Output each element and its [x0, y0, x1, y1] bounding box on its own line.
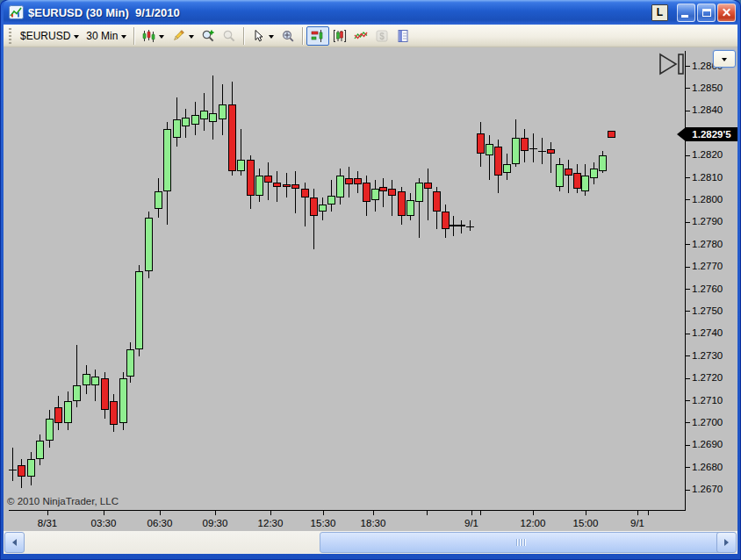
indicators-button[interactable]	[350, 26, 371, 46]
zoom-in-button[interactable]	[198, 26, 219, 46]
price-axis-label: 1.2690	[692, 439, 723, 449]
chart-style-button[interactable]	[138, 26, 168, 46]
candle-wick	[212, 75, 213, 140]
price-axis-dropdown-button[interactable]	[713, 50, 736, 68]
copyright-text: © 2010 NinjaTrader, LLC	[7, 496, 119, 506]
candlestick-style-icon	[141, 29, 155, 43]
candle-body	[547, 149, 555, 154]
instrument-selector[interactable]: $EURUSD	[17, 26, 83, 46]
price-axis-label: 1.2670	[692, 484, 723, 494]
dropdown-arrow-icon	[189, 35, 194, 39]
plot-area[interactable]: 1.28601.28501.28401.28301.28201.28101.28…	[4, 47, 737, 531]
data-box-icon	[396, 29, 410, 43]
last-price-value: 1.2829'5	[686, 127, 737, 141]
price-axis-label: 1.2810	[692, 172, 723, 183]
price-axis-label: 1.2680	[692, 462, 723, 472]
time-axis-tick	[533, 511, 534, 515]
candle-body	[457, 225, 465, 227]
time-axis-tick	[427, 511, 428, 515]
zoom-in-icon	[201, 29, 215, 43]
toolbar: $EURUSD 30 Min	[4, 25, 737, 47]
title-bar[interactable]: $EURUSD (30 Min) 9/1/2010 L	[4, 0, 737, 25]
candle-wick	[568, 160, 569, 193]
price-axis-tick	[686, 400, 690, 401]
candle-body	[27, 459, 35, 477]
candle-body	[73, 385, 81, 401]
bars-period-button[interactable]	[329, 26, 350, 46]
candle-body	[398, 191, 406, 216]
price-axis-tick	[686, 311, 690, 312]
candle-doji-body	[9, 470, 17, 470]
price-axis-label: 1.2720	[692, 372, 723, 383]
candle-body	[36, 441, 44, 458]
candle-doji-body	[529, 148, 537, 149]
time-axis-tick	[373, 511, 374, 515]
price-axis-tick	[686, 177, 690, 178]
price-axis-tick	[686, 289, 690, 290]
chart-panel-toggle[interactable]	[306, 26, 329, 46]
scrollbar-thumb[interactable]	[320, 532, 722, 553]
candle-body	[237, 160, 245, 171]
candle-body	[599, 155, 607, 171]
time-axis-label: 9/1	[452, 518, 491, 528]
candle-body	[110, 401, 118, 426]
scroll-left-button[interactable]	[4, 532, 25, 553]
candle-body	[264, 176, 272, 183]
cursor-tool-button[interactable]	[248, 26, 277, 46]
candle-body	[406, 200, 414, 216]
crosshair-button[interactable]	[277, 26, 299, 46]
toolbar-grip-handle[interactable]	[9, 28, 11, 44]
price-axis-label: 1.2790	[692, 216, 723, 226]
scroll-right-button[interactable]	[716, 532, 737, 553]
svg-text:$: $	[380, 31, 385, 40]
price-axis-tick	[686, 267, 690, 268]
price-axis-label: 1.2700	[692, 417, 723, 427]
price-marker-arrow-icon	[677, 127, 686, 141]
candle-body	[46, 419, 54, 441]
candle-body	[379, 187, 387, 191]
play-to-end-marker-icon[interactable]	[658, 53, 685, 75]
chart-canvas[interactable]: 1.28601.28501.28401.28301.28201.28101.28…	[4, 47, 737, 531]
zoom-out-button[interactable]	[219, 26, 240, 46]
time-axis-label: 12:30	[251, 518, 290, 528]
candle-body	[450, 225, 457, 227]
candle-body	[219, 104, 227, 120]
candle-body	[354, 178, 362, 185]
price-axis-tick	[686, 378, 690, 379]
candle-body	[200, 111, 208, 119]
close-button[interactable]	[717, 4, 736, 22]
candle-body	[209, 113, 217, 122]
price-axis-tick	[686, 222, 690, 223]
price-axis-tick	[686, 66, 690, 67]
candle-body	[486, 144, 493, 155]
chart-window: $EURUSD (30 Min) 9/1/2010 L $EURUSD 30 M…	[0, 0, 741, 560]
candle-body	[565, 169, 572, 176]
horizontal-scrollbar[interactable]	[4, 531, 737, 554]
time-axis-label: 8/31	[28, 518, 67, 528]
candle-wick	[550, 142, 551, 174]
candle-body	[54, 407, 62, 423]
candle-body	[345, 178, 353, 185]
time-axis-label: 03:30	[84, 518, 123, 528]
time-axis-tick	[323, 511, 324, 515]
account-dollar-button[interactable]: $	[371, 26, 392, 46]
link-button[interactable]: L	[651, 4, 668, 21]
interval-selector[interactable]: 30 Min	[83, 26, 130, 46]
draw-tool-button[interactable]	[168, 26, 198, 46]
candle-body	[119, 378, 127, 423]
minimize-button[interactable]	[677, 4, 695, 22]
bars-period-icon	[333, 29, 347, 43]
candle-body	[64, 401, 72, 423]
candle-body	[319, 205, 327, 212]
candle-body	[477, 133, 485, 154]
data-box-button[interactable]	[392, 26, 414, 46]
time-axis-tick	[648, 511, 649, 515]
time-axis-tick	[104, 511, 104, 515]
candle-body	[556, 164, 564, 186]
candle-body	[512, 138, 520, 164]
candle-body	[173, 119, 181, 137]
candle-body	[18, 465, 25, 477]
candle-wick	[428, 169, 428, 219]
maximize-button[interactable]	[697, 4, 716, 22]
time-axis-tick	[637, 511, 638, 515]
